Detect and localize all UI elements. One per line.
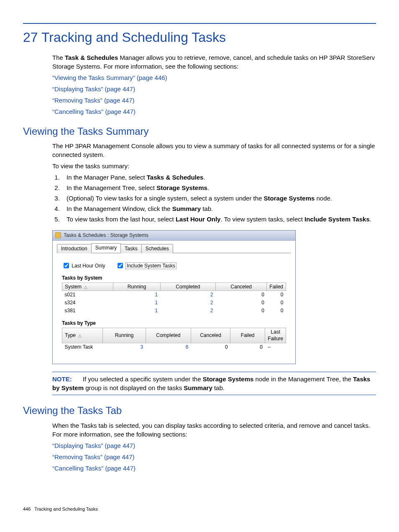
group-title: Tasks by System xyxy=(62,275,286,282)
panel-icon xyxy=(55,232,61,238)
xref-link[interactable]: “Removing Tasks” (page 447) xyxy=(52,453,134,460)
table-row[interactable]: s381 1 2 0 0 xyxy=(62,307,286,315)
top-rule xyxy=(23,23,376,24)
col-header[interactable]: Completed xyxy=(146,328,191,343)
section-heading: Viewing the Tasks Summary xyxy=(23,124,376,139)
tab-schedules[interactable]: Schedules xyxy=(141,244,173,253)
checkbox-include-system[interactable]: Include System Tasks xyxy=(116,263,176,269)
checkbox-input[interactable] xyxy=(64,263,69,268)
panel-titlebar: Tasks & Schedules : Storage Systems xyxy=(53,231,295,241)
checkbox-last-hour[interactable]: Last Hour Only xyxy=(62,263,107,269)
xref-link[interactable]: “Viewing the Tasks Summary” (page 446) xyxy=(52,74,167,81)
footer-title: Tracking and Scheduling Tasks xyxy=(34,506,98,511)
section-heading: Viewing the Tasks Tab xyxy=(23,403,376,418)
xref-link[interactable]: “Displaying Tasks” (page 447) xyxy=(52,442,135,449)
col-header[interactable]: Running xyxy=(113,283,160,291)
sort-icon: △ xyxy=(78,333,82,338)
steps-list: In the Manager Pane, select Tasks & Sche… xyxy=(52,173,376,224)
col-header[interactable]: Completed xyxy=(160,283,215,291)
tasks-by-system-table: System△ Running Completed Canceled Faile… xyxy=(62,283,286,315)
page-heading: 27 Tracking and Scheduling Tasks xyxy=(23,28,376,47)
table-row[interactable]: s021 1 2 0 0 xyxy=(62,291,286,299)
sort-icon: △ xyxy=(84,285,87,289)
col-header[interactable]: Failed xyxy=(267,283,286,291)
page-footer: 446 Tracking and Scheduling Tasks xyxy=(23,506,376,512)
panel-title: Tasks & Schedules : Storage Systems xyxy=(64,232,148,238)
paragraph: The HP 3PAR Management Console allows yo… xyxy=(52,141,376,159)
xref-link[interactable]: “Removing Tasks” (page 447) xyxy=(52,97,134,104)
table-row[interactable]: System Task 3 6 0 0 -- xyxy=(62,343,286,351)
xref-link[interactable]: “Cancelling Tasks” (page 447) xyxy=(52,108,136,115)
paragraph: When the Tasks tab is selected, you can … xyxy=(52,421,376,439)
note: NOTE: If you selected a specific system … xyxy=(52,375,376,392)
page-number: 446 xyxy=(23,506,31,511)
tasks-by-type-table: Type△ Running Completed Canceled Failed … xyxy=(62,328,286,351)
xref-link[interactable]: “Cancelling Tasks” (page 447) xyxy=(52,465,136,472)
note-label: NOTE: xyxy=(52,375,72,383)
xref-link[interactable]: “Displaying Tasks” (page 447) xyxy=(52,85,135,93)
paragraph: To view the tasks summary: xyxy=(52,162,376,170)
tab-tasks[interactable]: Tasks xyxy=(120,244,142,253)
tab-introduction[interactable]: Introduction xyxy=(57,244,92,253)
col-header[interactable]: Type△ xyxy=(62,328,103,343)
intro-paragraph: The Task & Schedules Manager allows you … xyxy=(52,53,376,71)
col-header[interactable]: Running xyxy=(103,328,146,343)
tab-summary[interactable]: Summary xyxy=(91,243,121,253)
col-header[interactable]: System△ xyxy=(62,283,113,291)
tabstrip: Introduction Summary Tasks Schedules xyxy=(57,243,295,253)
checkbox-input[interactable] xyxy=(118,263,123,268)
col-header[interactable]: Canceled xyxy=(215,283,266,291)
tasks-panel: Tasks & Schedules : Storage Systems Intr… xyxy=(52,230,296,364)
col-header[interactable]: Failed xyxy=(230,328,265,343)
col-header[interactable]: Last Failure xyxy=(265,328,286,343)
group-title: Tasks by Type xyxy=(62,320,286,327)
table-row[interactable]: s324 1 2 0 0 xyxy=(62,299,286,307)
col-header[interactable]: Canceled xyxy=(191,328,230,343)
